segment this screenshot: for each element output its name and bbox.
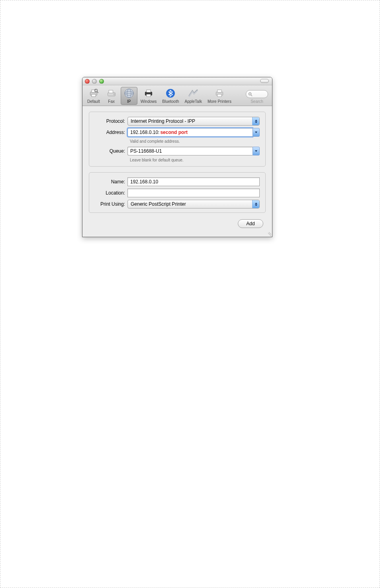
add-button[interactable]: Add [238, 219, 263, 228]
address-label: Address: [95, 130, 127, 135]
address-combo[interactable]: 192.168.0.10: second port [127, 128, 260, 137]
zoom-window-button[interactable] [99, 79, 104, 84]
printer-search-icon [88, 88, 100, 99]
queue-combo[interactable] [127, 147, 260, 155]
protocol-popup[interactable]: Internet Printing Protocol - IPP [127, 117, 260, 126]
address-input[interactable] [127, 128, 253, 137]
address-dropdown-button[interactable] [253, 128, 260, 137]
svg-rect-13 [147, 90, 151, 92]
queue-hint: Leave blank for default queue. [130, 158, 260, 162]
fax-icon [106, 88, 118, 99]
toolbar-label: Default [87, 99, 100, 104]
location-label: Location: [95, 190, 127, 196]
globe-icon [123, 88, 135, 99]
search-input[interactable] [246, 90, 268, 98]
svg-rect-2 [92, 94, 96, 97]
appletalk-icon [187, 88, 199, 99]
add-printer-window: Default Fax IP [82, 77, 272, 237]
protocol-label: Protocol: [95, 118, 127, 124]
toolbar-label: AppleTalk [185, 99, 202, 104]
queue-dropdown-button[interactable] [253, 147, 260, 155]
popup-arrows-icon [252, 200, 259, 208]
toolbar-item-appletalk[interactable]: AppleTalk [182, 87, 204, 105]
connection-group: Protocol: Internet Printing Protocol - I… [89, 112, 266, 167]
printer-icon [214, 88, 225, 99]
svg-rect-6 [109, 90, 113, 93]
toolbar-label: Windows [141, 99, 157, 104]
search-label: Search [251, 99, 263, 104]
protocol-value: Internet Printing Protocol - IPP [131, 118, 195, 124]
toolbar-item-bluetooth[interactable]: Bluetooth [160, 87, 181, 105]
toolbar-label: Bluetooth [162, 99, 179, 104]
toolbar-item-fax[interactable]: Fax [103, 87, 120, 105]
toolbar: Default Fax IP [82, 85, 272, 106]
name-label: Name: [95, 179, 127, 185]
content-area: Protocol: Internet Printing Protocol - I… [82, 106, 272, 237]
toolbar-label: Fax [108, 99, 115, 104]
titlebar[interactable] [82, 77, 272, 85]
minimize-window-button[interactable] [92, 79, 97, 84]
svg-rect-1 [92, 90, 96, 92]
name-input[interactable] [127, 177, 260, 186]
close-window-button[interactable] [85, 79, 90, 84]
print-using-value: Generic PostScript Printer [131, 201, 186, 207]
details-group: Name: Location: Print Using: Generic Pos… [89, 172, 266, 213]
toolbar-search[interactable]: Search [244, 89, 270, 105]
location-input[interactable] [127, 189, 260, 197]
svg-point-19 [249, 92, 251, 95]
toolbar-label: IP [127, 99, 131, 104]
toolbar-toggle-pill[interactable] [260, 79, 269, 83]
print-using-popup[interactable]: Generic PostScript Printer [127, 200, 260, 208]
queue-label: Queue: [95, 148, 127, 154]
address-hint: Valid and complete address. [130, 139, 260, 144]
svg-line-20 [251, 94, 252, 96]
toolbar-item-windows[interactable]: Windows [138, 87, 159, 105]
bluetooth-icon [165, 88, 176, 99]
svg-rect-17 [217, 90, 221, 92]
svg-rect-14 [147, 94, 151, 97]
toolbar-item-ip[interactable]: IP [121, 87, 137, 105]
toolbar-label: More Printers [208, 99, 231, 104]
queue-input[interactable] [127, 147, 253, 155]
resize-grip-icon[interactable] [266, 231, 271, 236]
popup-arrows-icon [252, 117, 259, 125]
print-using-label: Print Using: [95, 201, 127, 207]
svg-line-4 [97, 92, 98, 93]
svg-rect-18 [217, 94, 221, 97]
toolbar-item-more-printers[interactable]: More Printers [205, 87, 234, 105]
svg-rect-7 [114, 93, 115, 95]
toolbar-item-default[interactable]: Default [85, 87, 102, 105]
magnifier-icon [248, 92, 253, 96]
printer-icon [143, 88, 155, 99]
